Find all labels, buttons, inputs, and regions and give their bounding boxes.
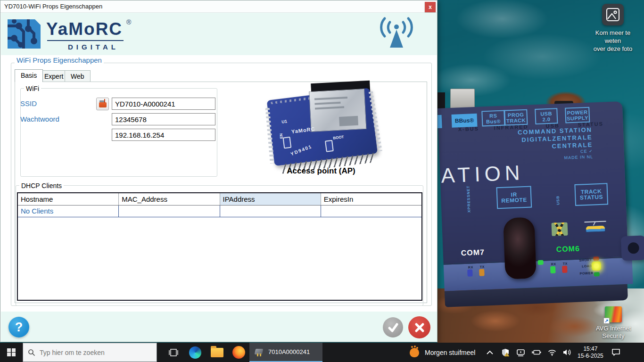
password-label: Wachtwoord bbox=[20, 115, 59, 123]
security-tray-button[interactable] bbox=[497, 343, 513, 362]
avg-label-line1: AVG Internet bbox=[592, 325, 635, 332]
status-short-label: SHORT bbox=[579, 258, 592, 262]
network-tray-button[interactable] bbox=[544, 343, 560, 362]
xbus-tx-led bbox=[479, 269, 485, 276]
dhcp-clients-table[interactable]: Hostname MAC_Address IPAddress ExpiresIn… bbox=[17, 192, 422, 301]
volume-tray-button[interactable] bbox=[560, 343, 575, 362]
start-button[interactable] bbox=[0, 343, 23, 362]
avg-desktop-icon[interactable]: ↗ AVG Internet Security bbox=[592, 306, 635, 340]
status-load-led bbox=[592, 261, 602, 271]
port-label-power-supply: POWER SUPPLY bbox=[565, 107, 590, 123]
clock-time: 15:47 bbox=[575, 346, 605, 353]
close-window-button[interactable]: x bbox=[425, 2, 436, 12]
xbus-tx-label: TX bbox=[480, 265, 485, 268]
cancel-button[interactable] bbox=[408, 316, 430, 338]
weather-text: Morgen stuifmeel bbox=[425, 349, 475, 356]
ssid-label: SSID bbox=[20, 99, 37, 107]
avg-icon[interactable]: ↗ bbox=[605, 306, 622, 322]
password-input[interactable] bbox=[112, 113, 215, 125]
column-ip-address[interactable]: IPAddress bbox=[220, 193, 321, 205]
xbus-rx-label: RX bbox=[468, 265, 473, 269]
tab-web[interactable]: Web bbox=[65, 70, 91, 82]
display-tray-button[interactable] bbox=[513, 343, 528, 362]
task-view-icon bbox=[168, 347, 179, 358]
status-power-led bbox=[594, 272, 600, 276]
wifi-antenna-icon bbox=[379, 16, 414, 49]
app-plug-icon bbox=[254, 348, 264, 356]
ssid-input[interactable] bbox=[112, 98, 215, 110]
search-input[interactable] bbox=[40, 349, 148, 356]
taskbar-clock[interactable]: 15:47 15-6-2025 bbox=[575, 346, 605, 360]
yamorc-logo-icon bbox=[8, 19, 41, 49]
help-button[interactable]: ? bbox=[8, 317, 29, 337]
spotlight-info[interactable]: Kom meer te weten over deze foto bbox=[588, 4, 637, 53]
device-ce-mark: CE ✓ bbox=[580, 148, 593, 154]
column-hostname[interactable]: Hostname bbox=[18, 193, 119, 205]
usb-rx-label: RX bbox=[551, 263, 556, 266]
tab-basis[interactable]: Basis bbox=[15, 69, 43, 82]
windows-logo-icon bbox=[7, 348, 16, 357]
port-label-usb20: USB 2.0 bbox=[535, 108, 558, 124]
port-label-rsbus: RS Bus® bbox=[481, 110, 505, 127]
cell-empty bbox=[220, 206, 321, 217]
cell-empty bbox=[119, 206, 220, 217]
port-label-prog-track: PROG TRACK bbox=[504, 109, 528, 126]
column-expires-in[interactable]: ExpiresIn bbox=[321, 193, 421, 205]
xbus-label: X-BUS bbox=[458, 126, 479, 132]
ok-button[interactable] bbox=[383, 317, 403, 337]
firefox-button[interactable] bbox=[228, 343, 249, 362]
task-view-button[interactable] bbox=[163, 343, 184, 362]
taskbar-app-7010A0000241[interactable]: 7010A0000241 bbox=[249, 343, 322, 362]
usb-tx-label: TX bbox=[563, 262, 568, 265]
folder-icon bbox=[211, 348, 223, 357]
speaker-icon bbox=[563, 349, 572, 356]
column-mac-address[interactable]: MAC_Address bbox=[119, 193, 220, 205]
battery-plug-icon bbox=[532, 349, 541, 355]
pcb-u1-label: U1 bbox=[281, 119, 288, 124]
shortcut-arrow-icon: ↗ bbox=[603, 318, 610, 324]
access-point-caption: Access point (AP) bbox=[246, 166, 396, 176]
device-text-station: ATION bbox=[441, 161, 525, 188]
spotlight-text-line2: over deze foto bbox=[588, 45, 637, 53]
status-short-led bbox=[593, 256, 599, 261]
ip-address-input[interactable] bbox=[112, 129, 215, 141]
esp32-wroom-module bbox=[309, 89, 366, 132]
check-icon bbox=[388, 322, 399, 333]
file-explorer-button[interactable] bbox=[206, 343, 228, 362]
infrared-dome bbox=[503, 217, 537, 279]
device-track-status-label: TRACK STATUS bbox=[574, 183, 608, 206]
picture-icon[interactable] bbox=[602, 4, 624, 25]
weather-widget[interactable]: Morgen stuifmeel bbox=[410, 348, 475, 357]
com7-label: COM7 bbox=[461, 248, 485, 257]
device-usb-vertical-label: USB bbox=[556, 196, 561, 205]
dialog-header: YaMoRC ® DIGITAL bbox=[1, 13, 437, 55]
status-power-label: POWER bbox=[580, 272, 594, 275]
tray-overflow-button[interactable] bbox=[482, 343, 497, 362]
command-station-device: BBus® RS Bus® PROG TRACK USB 2.0 POWER S… bbox=[438, 101, 636, 308]
title-bar[interactable]: YD7010-WiFi Props Eigenschappen x bbox=[0, 0, 437, 13]
pcb-en-button bbox=[282, 137, 291, 149]
display-icon bbox=[516, 349, 525, 356]
avg-label-line2: Security bbox=[592, 332, 635, 340]
cell-no-clients: No Clients bbox=[18, 206, 119, 217]
notification-icon bbox=[611, 348, 620, 356]
ssid-device-button[interactable] bbox=[96, 98, 109, 110]
xbus-rx-led bbox=[467, 269, 473, 276]
power-tray-button[interactable] bbox=[528, 343, 544, 362]
usb-tx-led bbox=[562, 266, 568, 273]
usb-rx-led bbox=[550, 266, 556, 273]
pcb-boot-label: BOOT bbox=[333, 135, 344, 140]
table-row[interactable]: No Clients bbox=[18, 206, 421, 217]
status-label: STATUS bbox=[578, 121, 603, 128]
search-icon bbox=[28, 349, 35, 356]
taskbar-app-label: 7010A0000241 bbox=[268, 348, 310, 355]
taskbar-search[interactable] bbox=[23, 343, 157, 362]
wifi-groupbox-label: WiFi bbox=[24, 85, 41, 92]
device-mounting-ear bbox=[621, 235, 644, 261]
action-center-button[interactable] bbox=[605, 343, 626, 362]
edge-icon bbox=[189, 346, 201, 359]
firefox-icon bbox=[232, 346, 245, 359]
chevron-up-icon bbox=[487, 350, 493, 355]
spotlight-text-line1: Kom meer te weten bbox=[588, 29, 637, 45]
edge-button[interactable] bbox=[184, 343, 206, 362]
